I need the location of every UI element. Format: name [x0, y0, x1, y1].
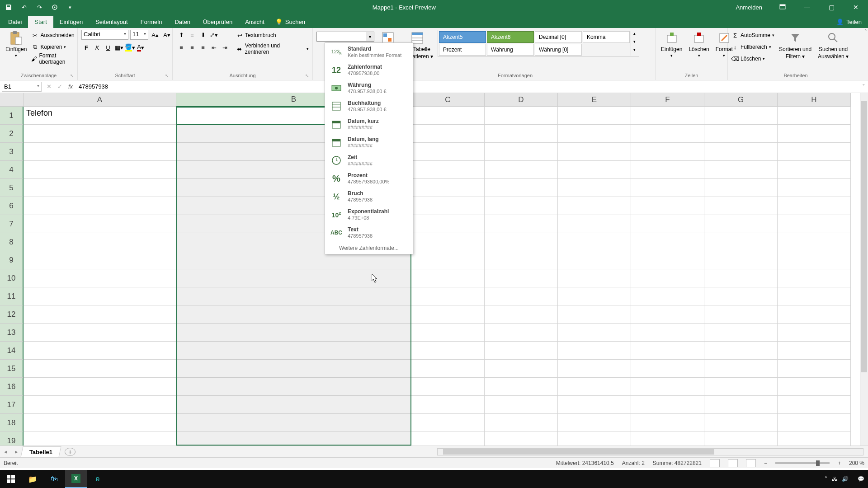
cell[interactable]: [485, 179, 558, 197]
cell[interactable]: [631, 305, 704, 324]
align-left-button[interactable]: ≡: [176, 42, 186, 52]
number-format-item[interactable]: Buchhaltung478.957.938,00 €: [325, 97, 413, 115]
cell[interactable]: [704, 305, 778, 324]
cell[interactable]: [485, 324, 558, 342]
row-header[interactable]: 10: [0, 269, 24, 287]
cell[interactable]: [176, 378, 411, 396]
edge-icon[interactable]: e: [87, 470, 108, 488]
cell-style-item[interactable]: Prozent: [439, 44, 486, 56]
row-header[interactable]: 3: [0, 143, 24, 161]
cell[interactable]: [704, 324, 778, 342]
cell-style-item[interactable]: Komma: [583, 31, 630, 43]
gallery-up-icon[interactable]: ▴: [631, 31, 638, 39]
file-explorer-icon[interactable]: 📁: [22, 470, 43, 488]
tab-view[interactable]: Ansicht: [239, 16, 271, 28]
align-middle-button[interactable]: ≡: [187, 30, 197, 40]
cell[interactable]: [411, 396, 485, 414]
wrap-text-button[interactable]: ↩Textumbruch: [236, 30, 309, 41]
store-icon[interactable]: 🛍: [43, 470, 65, 488]
cell[interactable]: [558, 197, 631, 215]
tab-review[interactable]: Überprüfen: [197, 16, 239, 28]
grow-font-button[interactable]: A▴: [150, 30, 160, 40]
row-header[interactable]: 17: [0, 396, 24, 414]
row-header[interactable]: 7: [0, 215, 24, 233]
cell[interactable]: [24, 197, 176, 215]
excel-taskbar-icon[interactable]: X: [65, 470, 87, 488]
cell[interactable]: [558, 269, 631, 287]
number-format-item[interactable]: Datum, lang#########: [325, 133, 413, 151]
gallery-more-icon[interactable]: ▾: [631, 47, 638, 56]
bold-button[interactable]: F: [81, 42, 91, 52]
formula-input[interactable]: [76, 82, 859, 91]
tray-volume-icon[interactable]: 🔊: [842, 476, 849, 482]
cell[interactable]: [558, 143, 631, 161]
minimize-button[interactable]: —: [797, 0, 817, 14]
name-box[interactable]: B1: [2, 82, 42, 92]
cell[interactable]: [411, 179, 485, 197]
column-header[interactable]: G: [704, 93, 778, 107]
dialog-launcher-icon[interactable]: ⤡: [70, 73, 74, 78]
start-button[interactable]: [0, 470, 22, 488]
fill-color-button[interactable]: 🪣▾: [125, 42, 135, 52]
cell[interactable]: [24, 360, 176, 378]
cell[interactable]: [631, 414, 704, 432]
cell[interactable]: [558, 305, 631, 324]
cell[interactable]: [778, 305, 851, 324]
number-format-item[interactable]: 12Zahlenformat478957938,00: [325, 61, 413, 79]
row-header[interactable]: 8: [0, 233, 24, 251]
number-format-combo[interactable]: ▾: [316, 32, 374, 42]
cell[interactable]: [485, 125, 558, 143]
page-break-view-button[interactable]: [746, 459, 756, 467]
font-size-combo[interactable]: 11: [130, 30, 148, 40]
zoom-level[interactable]: 200 %: [849, 460, 864, 466]
delete-cells-button[interactable]: Löschen▾: [687, 30, 711, 59]
undo-icon[interactable]: ↶: [19, 2, 29, 12]
cell[interactable]: [558, 414, 631, 432]
cell[interactable]: [631, 215, 704, 233]
cut-button[interactable]: ✂Ausschneiden: [31, 30, 74, 41]
cell[interactable]: [778, 143, 851, 161]
cell-style-item[interactable]: Akzent6: [487, 31, 534, 43]
cell[interactable]: [558, 342, 631, 360]
spreadsheet-grid[interactable]: ABCDEFGH 12345678910111213141516171819 T…: [0, 93, 868, 446]
align-center-button[interactable]: ≡: [187, 42, 197, 52]
cell[interactable]: [631, 233, 704, 251]
sheet-nav-prev-icon[interactable]: ◂: [0, 448, 11, 455]
increase-indent-button[interactable]: ⇥: [220, 42, 230, 52]
insert-cells-button[interactable]: Einfügen▾: [659, 30, 684, 59]
cell[interactable]: [485, 215, 558, 233]
cell[interactable]: [24, 251, 176, 269]
tray-notifications-icon[interactable]: 💬: [858, 476, 864, 482]
cell[interactable]: [176, 287, 411, 305]
save-icon[interactable]: [4, 2, 14, 12]
cell[interactable]: [778, 215, 851, 233]
close-button[interactable]: ✕: [845, 0, 866, 14]
number-format-item[interactable]: ABCText478957938: [325, 224, 413, 242]
cell[interactable]: [24, 161, 176, 179]
cell[interactable]: [485, 233, 558, 251]
chevron-down-icon[interactable]: ▾: [366, 32, 374, 41]
horizontal-scrollbar[interactable]: [437, 448, 863, 455]
zoom-slider[interactable]: [775, 462, 830, 464]
row-header[interactable]: 2: [0, 125, 24, 143]
cell[interactable]: [778, 360, 851, 378]
row-header[interactable]: 16: [0, 378, 24, 396]
zoom-out-button[interactable]: −: [764, 460, 767, 466]
cell[interactable]: [558, 179, 631, 197]
align-bottom-button[interactable]: ⬇: [198, 30, 208, 40]
cell[interactable]: [631, 251, 704, 269]
column-header[interactable]: C: [411, 93, 485, 107]
number-format-item[interactable]: %Prozent47895793800,00%: [325, 169, 413, 188]
tab-formulas[interactable]: Formeln: [134, 16, 169, 28]
cell[interactable]: [631, 125, 704, 143]
select-all-corner[interactable]: [0, 93, 24, 107]
fx-icon[interactable]: fx: [65, 83, 76, 90]
cell[interactable]: [778, 269, 851, 287]
cell[interactable]: [704, 269, 778, 287]
cell[interactable]: [558, 324, 631, 342]
cell[interactable]: [778, 251, 851, 269]
orientation-button[interactable]: ⤢▾: [209, 30, 219, 40]
share-button[interactable]: 👤Teilen: [830, 16, 868, 28]
maximize-button[interactable]: ▢: [821, 0, 842, 14]
cell[interactable]: [558, 161, 631, 179]
